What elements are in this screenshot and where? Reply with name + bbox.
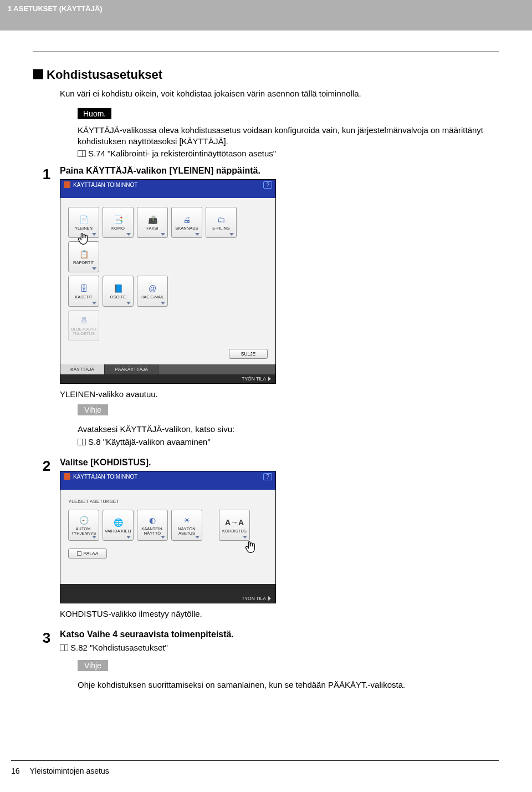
page-number: 16 xyxy=(11,766,20,775)
contrast-icon: ◐ xyxy=(146,515,158,526)
scanner-icon: 🖨 xyxy=(181,214,193,225)
tab-admin[interactable]: PÄÄKÄYTTÄJÄ xyxy=(105,364,158,374)
screenshot-2: KÄYTTÄJÄN TOIMINNOT ? YLEISET ASETUKSET … xyxy=(60,471,276,603)
intro-text: Kun väri ei kohdistu oikein, voit kohdis… xyxy=(60,89,499,98)
book-icon xyxy=(78,150,86,157)
btn-raportit[interactable]: 📋RAPORTIT xyxy=(68,241,99,272)
job-status-label: TYÖN TILA xyxy=(242,376,266,382)
chevron-down-icon xyxy=(92,233,96,236)
lbl: YLEINEN xyxy=(74,226,94,231)
note-body: KÄYTTÄJÄ-valikossa oleva kohdistusasetus… xyxy=(78,125,499,148)
footer-rule xyxy=(11,760,499,761)
report-icon: 📋 xyxy=(78,248,90,260)
step-number: 1 xyxy=(33,166,60,181)
fax-icon: 📠 xyxy=(146,214,158,225)
btn-kohdistus[interactable]: A→AKOHDISTUS xyxy=(219,510,250,541)
chevron-right-icon xyxy=(268,596,271,601)
btn-reverse[interactable]: ◐KÄÄNTEIN. NÄYTTÖ xyxy=(137,510,168,541)
timer-icon: 🕘 xyxy=(78,515,90,526)
tip2-body: Ohje kohdistuksen suorittamiseksi on sam… xyxy=(78,680,499,689)
after-shot1-text: YLEINEN-valikko avautuu. xyxy=(60,389,499,399)
help-button[interactable]: ? xyxy=(263,473,272,480)
btn-osoite[interactable]: 📘OSOITE xyxy=(103,276,134,307)
job-status-label: TYÖN TILA xyxy=(242,596,266,601)
chapter-header: 1 ASETUKSET (KÄYTTÄJÄ) xyxy=(0,0,532,31)
step-3: 3 Katso Vaihe 4 seuraavista toimenpiteis… xyxy=(33,629,499,693)
tip1-line1: Avataksesi KÄYTTÄJÄ-valikon, katso sivu: xyxy=(78,424,499,434)
btn-skannaus[interactable]: 🖨SKANNAUS xyxy=(171,207,202,238)
lbl: NÄYTÖN ASETUS xyxy=(172,527,202,536)
lbl: KÄÄNTEIN. NÄYTTÖ xyxy=(137,527,167,536)
blue-strip xyxy=(60,482,275,490)
close-button[interactable]: SULJE xyxy=(229,349,268,359)
lbl: KOHDISTUS xyxy=(221,529,248,534)
lbl: OSOITE xyxy=(109,295,127,299)
top-rule xyxy=(33,52,499,52)
blue-strip xyxy=(60,190,275,198)
file-icon: 🗂 xyxy=(215,214,227,225)
chevron-down-icon xyxy=(195,233,200,236)
bluetooth-icon: 🖶 xyxy=(78,315,90,326)
button-grid-row1: 📄YLEINEN 📑KOPIO 📠FAKSI 🖨SKANNAUS 🗂E-FILI… xyxy=(68,207,268,272)
btn-display[interactable]: ☀NÄYTÖN ASETUS xyxy=(171,510,202,541)
step-3-title: Katso Vaihe 4 seuraavista toimenpiteistä… xyxy=(60,629,499,639)
screenshot-1: KÄYTTÄJÄN TOIMINNOT ? 📄YLEINEN 📑KOPIO 📠F… xyxy=(60,179,276,384)
btn-faksi[interactable]: 📠FAKSI xyxy=(137,207,168,238)
back-button[interactable]: PALAA xyxy=(68,549,107,559)
chevron-down-icon xyxy=(229,233,234,236)
tab-user[interactable]: KÄYTTÄJÄ xyxy=(60,364,105,374)
status-bar: TYÖN TILA xyxy=(60,594,275,603)
note-badge: Huom. xyxy=(78,108,111,119)
chevron-down-icon xyxy=(92,267,96,270)
tip1-ref-text: S.8 "Käyttäjä-valikon avaaminen" xyxy=(88,437,211,446)
chevron-down-icon xyxy=(92,536,96,539)
btn-efiling[interactable]: 🗂E-FILING xyxy=(206,207,237,238)
lbl: BLUETOOTH TULOSTUS xyxy=(69,327,99,336)
lbl: FAKSI xyxy=(145,226,159,231)
tab-spacer xyxy=(158,364,275,374)
help-button[interactable]: ? xyxy=(263,181,272,189)
chevron-down-icon xyxy=(126,302,131,304)
btn-bluetooth: 🖶BLUETOOTH TULOSTUS xyxy=(68,310,99,341)
btn-kasetit[interactable]: 🗄KASETIT xyxy=(68,276,99,307)
lbl: E-FILING xyxy=(211,226,231,231)
lbl: KOPIO xyxy=(110,226,126,231)
registration-icon: A→A xyxy=(228,517,241,528)
btn-hae-email[interactable]: @HAE E-MAIL xyxy=(137,276,168,307)
btn-autoclear[interactable]: 🕘AUTOM. TYHJENNYS xyxy=(68,510,99,541)
chevron-down-icon xyxy=(161,536,165,539)
document-icon: 📄 xyxy=(78,214,90,225)
section-title-text: Kohdistusasetukset xyxy=(47,68,162,82)
chevron-down-icon xyxy=(161,302,165,304)
step-2-title: Valitse [KOHDISTUS]. xyxy=(60,458,499,468)
square-bullet-icon xyxy=(33,69,43,79)
ref3-line: S.82 "Kohdistusasetukset" xyxy=(60,643,499,652)
btn-kopio[interactable]: 📑KOPIO xyxy=(103,207,134,238)
ref1-text: S.74 "Kalibrointi- ja rekisteröintinäytt… xyxy=(88,149,276,158)
back-arrow-icon xyxy=(77,551,81,556)
tip-badge: Vihje xyxy=(78,404,108,415)
status-bar: TYÖN TILA xyxy=(60,374,275,383)
tip-badge: Vihje xyxy=(78,660,108,671)
back-label: PALAA xyxy=(84,551,99,556)
btn-yleinen[interactable]: 📄YLEINEN xyxy=(68,207,99,238)
lbl: VAIHDA KIELI xyxy=(104,529,132,534)
chevron-down-icon xyxy=(126,233,131,236)
book-icon xyxy=(60,644,68,651)
lbl: SKANNAUS xyxy=(174,226,199,231)
chevron-down-icon xyxy=(195,536,200,539)
book-icon xyxy=(78,439,86,445)
tray-icon: 🗄 xyxy=(78,283,90,294)
chevron-right-icon xyxy=(268,377,271,381)
button-grid-row2: 🗄KASETIT 📘OSOITE @HAE E-MAIL 🖶BLUETOOTH … xyxy=(68,276,268,341)
ref3-text: S.82 "Kohdistusasetukset" xyxy=(70,643,168,652)
section-title: Kohdistusasetukset xyxy=(33,68,499,82)
addressbook-icon: 📘 xyxy=(112,283,124,294)
btn-language[interactable]: 🌐VAIHDA KIELI xyxy=(103,510,134,541)
after-shot2-text: KOHDISTUS-valikko ilmestyy näytölle. xyxy=(60,609,499,618)
titlebar-text: KÄYTTÄJÄN TOIMINNOT xyxy=(73,182,137,188)
tip1-ref: S.8 "Käyttäjä-valikon avaaminen" xyxy=(78,437,499,446)
footer-title: Yleistoimintojen asetus xyxy=(30,766,109,775)
globe-icon: 🌐 xyxy=(112,517,124,528)
page-footer: 16 Yleistoimintojen asetus xyxy=(11,760,499,775)
